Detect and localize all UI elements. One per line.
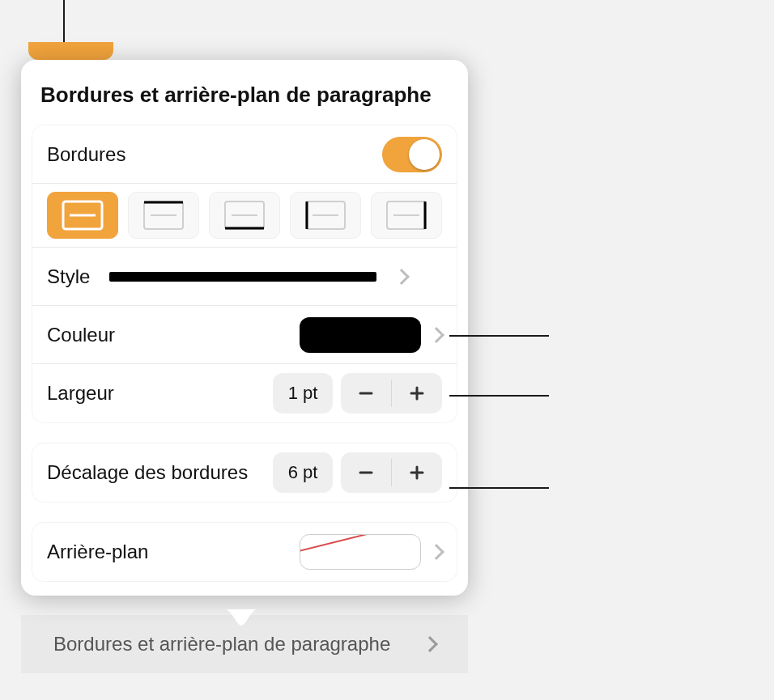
- chevron-right-icon: [422, 636, 438, 652]
- border-position-all[interactable]: [47, 192, 118, 239]
- minus-icon: [357, 464, 375, 482]
- callout-line-width: [449, 395, 549, 397]
- border-position-left[interactable]: [371, 192, 442, 239]
- color-row[interactable]: Couleur: [32, 306, 457, 364]
- width-decrement[interactable]: [341, 373, 391, 414]
- source-menu-label: Bordures et arrière-plan de paragraphe: [53, 633, 415, 655]
- color-swatch[interactable]: [300, 317, 421, 353]
- border-position-row: [32, 184, 457, 248]
- width-value: 1 pt: [273, 373, 333, 414]
- borders-toggle-row: Bordures: [32, 125, 457, 184]
- border-bottom-icon: [304, 200, 347, 231]
- callout-line-top: [63, 0, 65, 42]
- switch-knob: [409, 139, 440, 170]
- border-position-bottom[interactable]: [290, 192, 361, 239]
- border-position-top[interactable]: [128, 192, 199, 239]
- style-row[interactable]: Style: [32, 248, 457, 306]
- border-all-icon: [62, 200, 104, 231]
- background-row[interactable]: Arrière-plan: [32, 523, 457, 581]
- toolbar-tab-highlight: [28, 42, 113, 60]
- borders-toggle[interactable]: [382, 137, 442, 172]
- style-preview: [109, 272, 376, 282]
- minus-icon: [357, 384, 375, 402]
- callout-line-offset: [449, 487, 549, 489]
- chevron-right-icon: [428, 327, 444, 343]
- style-label: Style: [47, 265, 90, 288]
- offset-value: 6 pt: [273, 452, 333, 493]
- border-position-group: [47, 192, 442, 239]
- width-stepper: [341, 373, 442, 414]
- offset-increment[interactable]: [392, 452, 442, 493]
- popover-arrow-icon: [225, 609, 257, 627]
- borders-popover: Bordures et arrière-plan de paragraphe B…: [21, 60, 468, 596]
- width-increment[interactable]: [392, 373, 442, 414]
- border-position-right[interactable]: [209, 192, 280, 239]
- border-top-icon: [142, 200, 185, 231]
- background-label: Arrière-plan: [47, 541, 300, 563]
- offset-decrement[interactable]: [341, 452, 391, 493]
- borders-section: Bordures: [32, 125, 457, 422]
- popover-title: Bordures et arrière-plan de paragraphe: [21, 60, 468, 125]
- offset-section: Décalage des bordures 6 pt: [32, 443, 457, 502]
- chevron-right-icon: [393, 269, 410, 285]
- plus-icon: [408, 384, 426, 402]
- plus-icon: [408, 464, 426, 482]
- offset-row: Décalage des bordures 6 pt: [32, 443, 457, 502]
- width-row: Largeur 1 pt: [32, 364, 457, 422]
- chevron-right-icon: [428, 544, 444, 560]
- border-left-icon: [385, 200, 427, 231]
- offset-stepper: [341, 452, 442, 493]
- width-label: Largeur: [47, 382, 273, 405]
- background-swatch-none[interactable]: [300, 534, 421, 570]
- background-section: Arrière-plan: [32, 523, 457, 581]
- offset-label: Décalage des bordures: [47, 453, 273, 491]
- borders-label: Bordures: [47, 143, 382, 166]
- border-right-icon: [223, 200, 266, 231]
- color-label: Couleur: [47, 324, 300, 346]
- callout-line-color: [449, 335, 549, 337]
